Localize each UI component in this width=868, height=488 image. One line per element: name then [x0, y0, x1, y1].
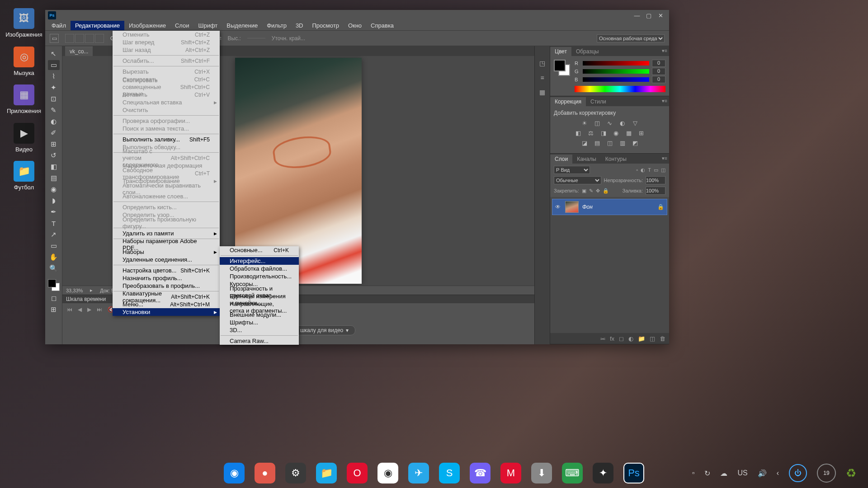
menu-item[interactable]: Удалить из памяти▶ [113, 230, 220, 237]
marquee-tool[interactable]: ▭ [48, 60, 60, 70]
blend-mode-select[interactable]: Обычные [554, 176, 601, 184]
tray-volume-icon[interactable]: 🔊 [758, 469, 767, 478]
filter-type-icon[interactable]: T [648, 167, 651, 173]
blur-tool[interactable]: ◉ [48, 184, 60, 194]
tab-styles[interactable]: Стили [586, 97, 611, 106]
menu-item[interactable]: Наборы параметров Adobe PDF... [113, 240, 220, 248]
menu-фильтр[interactable]: Фильтр [262, 21, 291, 30]
layer-name[interactable]: Фон [582, 204, 654, 210]
dock-mega-icon[interactable]: M [500, 463, 521, 483]
layer-filter-kind[interactable]: Р Вид [554, 166, 590, 174]
tray-expand-icon[interactable]: ‹ [777, 469, 779, 477]
timeline-first-icon[interactable]: ⏮ [67, 306, 72, 313]
menu-item[interactable]: Настройка цветов...Shift+Ctrl+K [113, 267, 220, 274]
dock-app-icon[interactable]: ● [255, 463, 275, 483]
tab-color[interactable]: Цвет [550, 47, 571, 56]
timeline-next-icon[interactable]: ⏭ [97, 306, 102, 313]
properties-icon[interactable]: ≡ [538, 74, 547, 82]
adj-invert-icon[interactable]: ◪ [580, 140, 589, 147]
layer-fx-icon[interactable]: fx [610, 335, 614, 342]
adj-gradient-icon[interactable]: ▥ [618, 140, 627, 147]
tab-paths[interactable]: Контуры [601, 155, 631, 164]
menu-окно[interactable]: Окно [344, 21, 366, 30]
r-slider[interactable] [583, 61, 649, 66]
tray-sync-icon[interactable]: ↻ [704, 469, 710, 478]
menu-item[interactable]: Обработка файлов... [220, 265, 299, 272]
lock-all-icon[interactable]: 🔒 [603, 188, 609, 194]
tab-layers[interactable]: Слои [550, 155, 572, 164]
dock-photoshop-icon[interactable]: Ps [623, 463, 644, 483]
menu-3d[interactable]: 3D [291, 21, 308, 30]
adj-mixer-icon[interactable]: ▦ [625, 130, 633, 137]
filter-shape-icon[interactable]: ▭ [654, 167, 658, 173]
move-tool[interactable]: ↖ [48, 49, 60, 59]
clone-stamp-tool[interactable]: ⊞ [48, 139, 60, 149]
menu-слои[interactable]: Слои [170, 21, 194, 30]
menu-просмотр[interactable]: Просмотр [308, 21, 344, 30]
eyedropper-tool[interactable]: ✎ [48, 105, 60, 115]
character-icon[interactable]: ▦ [538, 89, 547, 97]
dock-files-icon[interactable]: 📁 [316, 463, 337, 483]
layer-item[interactable]: 👁 Фон 🔒 [552, 199, 667, 215]
maximize-button[interactable]: ▢ [643, 11, 655, 20]
height-field[interactable] [247, 38, 265, 38]
lock-transparent-icon[interactable]: ▣ [582, 188, 586, 194]
menu-item[interactable]: Удаленные соединения... [113, 256, 220, 263]
filter-adj-icon[interactable]: ◐ [641, 167, 645, 173]
dock-chrome-icon[interactable]: ◉ [377, 463, 398, 483]
lasso-tool[interactable]: ⌇ [48, 71, 60, 81]
menu-item[interactable]: Основные...Ctrl+K [220, 246, 299, 254]
timeline-prev-icon[interactable]: ◀ [78, 306, 82, 313]
menu-item[interactable]: Преобразовать в профиль... [113, 282, 220, 290]
healing-brush-tool[interactable]: ◐ [48, 117, 60, 127]
adj-bw-icon[interactable]: ◨ [599, 130, 608, 137]
g-slider[interactable] [583, 69, 649, 74]
panel-menu-icon[interactable]: ▾≡ [662, 155, 667, 161]
tray-trash-icon[interactable]: ♻ [846, 466, 856, 480]
desktop-icon[interactable]: ◎Мызука [8, 47, 40, 77]
titlebar[interactable]: Ps — ▢ ✕ [45, 10, 669, 21]
menu-item[interactable]: Camera Raw... [220, 337, 299, 345]
brush-tool[interactable]: ✐ [48, 128, 60, 138]
menu-item[interactable]: Интерфейс... [220, 257, 299, 265]
history-icon[interactable]: ◳ [538, 60, 547, 68]
adj-hue-icon[interactable]: ◧ [574, 130, 582, 137]
color-swatch-big[interactable] [554, 60, 570, 76]
filter-smart-icon[interactable]: ◫ [661, 167, 665, 173]
eraser-tool[interactable]: ◧ [48, 162, 60, 172]
menu-item[interactable]: Шрифты... [220, 319, 299, 326]
timeline-play-icon[interactable]: ▶ [87, 306, 91, 313]
menu-файл[interactable]: Файл [47, 21, 71, 30]
quick-select-tool[interactable]: ✦ [48, 83, 60, 93]
panel-menu-icon[interactable]: ▾≡ [662, 98, 667, 104]
menu-справка[interactable]: Справка [366, 21, 398, 30]
lock-position-icon[interactable]: ✥ [596, 188, 600, 194]
visibility-icon[interactable]: 👁 [555, 204, 561, 210]
dock-skype-icon[interactable]: S [439, 463, 460, 483]
adj-photo-filter-icon[interactable]: ◉ [612, 130, 620, 137]
zoom-tool[interactable]: 🔍 [48, 263, 60, 273]
layer-mask-icon[interactable]: ◻ [619, 335, 624, 342]
tab-swatches[interactable]: Образцы [571, 47, 603, 56]
dock-viber-icon[interactable]: ☎ [470, 463, 491, 483]
refine-edge-button[interactable]: Уточн. край... [272, 35, 305, 42]
color-swatches[interactable] [47, 278, 61, 292]
dock-opera-icon[interactable]: O [347, 463, 368, 483]
close-button[interactable]: ✕ [655, 11, 666, 20]
selection-mode-buttons[interactable] [65, 34, 104, 43]
dock-keyboard-icon[interactable]: ⌨ [562, 463, 583, 483]
menu-редактирование[interactable]: Редактирование [71, 21, 124, 30]
path-select-tool[interactable]: ↗ [48, 230, 60, 239]
link-layers-icon[interactable]: ⫘ [599, 335, 605, 342]
adj-balance-icon[interactable]: ⚖ [587, 130, 595, 137]
menu-item[interactable]: Меню...Alt+Shift+Ctrl+M [113, 300, 220, 308]
filter-pixel-icon[interactable]: ▫ [636, 167, 638, 173]
layer-thumbnail[interactable] [565, 201, 579, 213]
adj-exposure-icon[interactable]: ◐ [618, 120, 627, 127]
minimize-button[interactable]: — [631, 11, 643, 20]
pen-tool[interactable]: ✒ [48, 207, 60, 217]
r-value[interactable]: 0 [652, 60, 665, 67]
adj-levels-icon[interactable]: ◫ [593, 120, 601, 127]
hand-tool[interactable]: ✋ [48, 252, 60, 262]
shape-tool[interactable]: ▭ [48, 241, 60, 251]
